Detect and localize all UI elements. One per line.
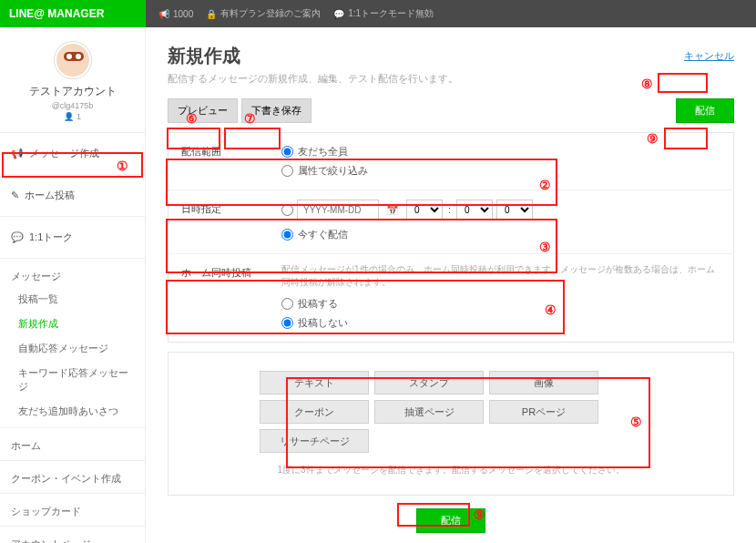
homepost-note: 配信メッセージが1件の場合のみ、ホーム同時投稿が利用できます。メッセージが複数あ… (281, 263, 720, 289)
megaphone-icon: 📢 (11, 148, 24, 159)
top-item-talkmode[interactable]: 💬1:1トークモード無効 (333, 7, 434, 20)
sub-keyword[interactable]: キーワード応答メッセージ (0, 361, 145, 399)
scope-filter[interactable]: 属性で絞り込み (281, 161, 720, 180)
sub-list[interactable]: 投稿一覧 (0, 287, 145, 312)
megaphone-icon: 📢 (158, 9, 169, 19)
homepost-yes[interactable]: 投稿する (281, 294, 720, 313)
homepost-no[interactable]: 投稿しない (281, 313, 720, 333)
sub-greet[interactable]: 友だち追加時あいさつ (0, 399, 145, 424)
top-item-broadcast[interactable]: 📢1000 (158, 9, 193, 19)
person-icon: 👤 (64, 112, 74, 121)
type-coupon[interactable]: クーポン (260, 400, 369, 424)
top-item-plan[interactable]: 🔒有料プラン登録のご案内 (206, 7, 321, 20)
homepost-label: ホーム同時投稿 (181, 263, 281, 333)
scope-all-radio[interactable] (281, 146, 293, 158)
section-home[interactable]: ホーム (0, 432, 145, 456)
save-draft-button[interactable]: 下書き保存 (241, 98, 312, 123)
settings-card: 配信範囲 友だち全員 属性で絞り込み 日時指定 📅 0 : (168, 132, 734, 343)
brand: LINE@ MANAGER (0, 0, 146, 27)
type-text[interactable]: テキスト (260, 371, 369, 394)
row-schedule: 日時指定 📅 0 : 0 0 今すぐ配信 (169, 190, 733, 253)
sidebar-item-compose[interactable]: 📢メッセージ作成 (0, 137, 145, 170)
scope-filter-radio[interactable] (281, 165, 293, 177)
minute-select[interactable]: 0 (456, 200, 493, 220)
edit-icon: ✎ (11, 190, 19, 201)
homepost-yes-radio[interactable] (281, 298, 293, 310)
account-name: テストアカウント (29, 84, 117, 99)
avatar (55, 42, 91, 78)
date-field[interactable] (297, 200, 379, 220)
sidebar-item-homepost[interactable]: ✎ホーム投稿 (0, 179, 145, 212)
calendar-icon[interactable]: 📅 (383, 204, 403, 216)
row-scope: 配信範囲 友だち全員 属性で絞り込み (169, 133, 733, 190)
sub-auto[interactable]: 自動応答メッセージ (0, 336, 145, 361)
page-title: 新規作成 (168, 44, 458, 68)
schedule-label: 日時指定 (181, 200, 281, 244)
scope-all[interactable]: 友だち全員 (281, 142, 720, 161)
send-button-bottom[interactable]: 配信 (416, 508, 485, 533)
content: 新規作成 配信するメッセージの新規作成、編集、テスト配信を行います。 キャンセル… (146, 27, 756, 543)
account-id: @clg4175b (52, 101, 94, 110)
section-message: メッセージ (0, 262, 145, 287)
toolbar: プレビュー 下書き保存 配信 (168, 98, 734, 123)
schedule-now-radio[interactable] (281, 229, 293, 241)
section-shop[interactable]: ショップカード (0, 497, 145, 522)
section-coupon[interactable]: クーポン・イベント作成 (0, 465, 145, 489)
cancel-link[interactable]: キャンセル (684, 50, 734, 61)
preview-button[interactable]: プレビュー (168, 98, 238, 123)
top-menu: 📢1000 🔒有料プラン登録のご案内 💬1:1トークモード無効 (146, 0, 756, 27)
chat-icon: 💬 (11, 231, 24, 243)
second-select[interactable]: 0 (496, 200, 533, 220)
lock-icon: 🔒 (206, 9, 217, 19)
bottom-send-wrap: 配信 (168, 508, 734, 533)
send-button-top[interactable]: 配信 (676, 98, 734, 123)
type-note: 1度に3件までメッセージを配信できます。配信するメッセージを選択してください。 (260, 464, 642, 476)
types-card: テキスト スタンプ 画像 クーポン 抽選ページ PRページ リサーチページ 1度… (168, 352, 734, 496)
type-grid: テキスト スタンプ 画像 クーポン 抽選ページ PRページ リサーチページ (260, 371, 642, 453)
hour-select[interactable]: 0 (406, 200, 443, 220)
sub-new[interactable]: 新規作成 (0, 312, 145, 336)
type-lottery[interactable]: 抽選ページ (374, 400, 484, 424)
profile: テストアカウント @clg4175b 👤1 (0, 27, 145, 128)
schedule-now[interactable]: 今すぐ配信 (281, 225, 720, 244)
type-stamp[interactable]: スタンプ (374, 371, 484, 394)
topbar: LINE@ MANAGER 📢1000 🔒有料プラン登録のご案内 💬1:1トーク… (0, 0, 756, 27)
type-pr[interactable]: PRページ (489, 400, 598, 424)
chat-icon: 💬 (333, 9, 344, 19)
sidebar-item-talk[interactable]: 💬1:1トーク (0, 220, 145, 254)
sidebar: テストアカウント @clg4175b 👤1 📢メッセージ作成 ✎ホーム投稿 💬1… (0, 27, 146, 543)
page-desc: 配信するメッセージの新規作成、編集、テスト配信を行います。 (168, 72, 458, 86)
type-research[interactable]: リサーチページ (260, 429, 369, 453)
scope-label: 配信範囲 (181, 142, 281, 180)
row-homepost: ホーム同時投稿 配信メッセージが1件の場合のみ、ホーム同時投稿が利用できます。メ… (169, 253, 733, 342)
section-account-page[interactable]: アカウントページ (0, 530, 145, 543)
type-image[interactable]: 画像 (489, 371, 598, 394)
schedule-date-radio[interactable] (281, 204, 293, 216)
homepost-no-radio[interactable] (281, 317, 293, 329)
account-friends: 👤1 (64, 112, 81, 121)
